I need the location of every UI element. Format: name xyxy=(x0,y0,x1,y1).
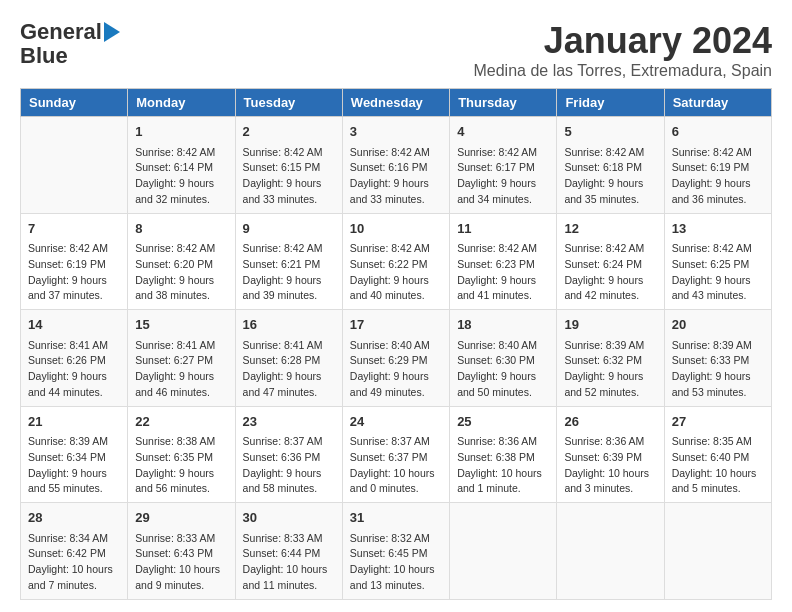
day-info: Sunrise: 8:39 AMSunset: 6:33 PMDaylight:… xyxy=(672,338,764,401)
day-number: 22 xyxy=(135,412,227,432)
calendar-week-row: 21Sunrise: 8:39 AMSunset: 6:34 PMDayligh… xyxy=(21,406,772,503)
day-info: Sunrise: 8:40 AMSunset: 6:29 PMDaylight:… xyxy=(350,338,442,401)
day-number: 14 xyxy=(28,315,120,335)
day-info: Sunrise: 8:42 AMSunset: 6:23 PMDaylight:… xyxy=(457,241,549,304)
calendar-cell: 27Sunrise: 8:35 AMSunset: 6:40 PMDayligh… xyxy=(664,406,771,503)
day-number: 8 xyxy=(135,219,227,239)
day-number: 4 xyxy=(457,122,549,142)
day-number: 1 xyxy=(135,122,227,142)
calendar-cell: 11Sunrise: 8:42 AMSunset: 6:23 PMDayligh… xyxy=(450,213,557,310)
calendar-cell xyxy=(450,503,557,600)
day-info: Sunrise: 8:33 AMSunset: 6:44 PMDaylight:… xyxy=(243,531,335,594)
day-info: Sunrise: 8:42 AMSunset: 6:20 PMDaylight:… xyxy=(135,241,227,304)
calendar-week-row: 7Sunrise: 8:42 AMSunset: 6:19 PMDaylight… xyxy=(21,213,772,310)
column-header-monday: Monday xyxy=(128,89,235,117)
calendar-cell: 12Sunrise: 8:42 AMSunset: 6:24 PMDayligh… xyxy=(557,213,664,310)
day-info: Sunrise: 8:42 AMSunset: 6:24 PMDaylight:… xyxy=(564,241,656,304)
calendar-table: SundayMondayTuesdayWednesdayThursdayFrid… xyxy=(20,88,772,600)
day-info: Sunrise: 8:42 AMSunset: 6:18 PMDaylight:… xyxy=(564,145,656,208)
calendar-week-row: 1Sunrise: 8:42 AMSunset: 6:14 PMDaylight… xyxy=(21,117,772,214)
calendar-cell: 29Sunrise: 8:33 AMSunset: 6:43 PMDayligh… xyxy=(128,503,235,600)
calendar-cell: 20Sunrise: 8:39 AMSunset: 6:33 PMDayligh… xyxy=(664,310,771,407)
day-number: 19 xyxy=(564,315,656,335)
day-number: 2 xyxy=(243,122,335,142)
calendar-cell: 19Sunrise: 8:39 AMSunset: 6:32 PMDayligh… xyxy=(557,310,664,407)
column-header-wednesday: Wednesday xyxy=(342,89,449,117)
calendar-cell xyxy=(557,503,664,600)
calendar-cell: 23Sunrise: 8:37 AMSunset: 6:36 PMDayligh… xyxy=(235,406,342,503)
calendar-cell: 13Sunrise: 8:42 AMSunset: 6:25 PMDayligh… xyxy=(664,213,771,310)
day-number: 6 xyxy=(672,122,764,142)
calendar-cell: 24Sunrise: 8:37 AMSunset: 6:37 PMDayligh… xyxy=(342,406,449,503)
day-info: Sunrise: 8:42 AMSunset: 6:14 PMDaylight:… xyxy=(135,145,227,208)
day-number: 11 xyxy=(457,219,549,239)
page-header: General Blue January 2024 Medina de las … xyxy=(20,20,772,80)
calendar-cell: 6Sunrise: 8:42 AMSunset: 6:19 PMDaylight… xyxy=(664,117,771,214)
day-number: 26 xyxy=(564,412,656,432)
day-number: 17 xyxy=(350,315,442,335)
day-info: Sunrise: 8:38 AMSunset: 6:35 PMDaylight:… xyxy=(135,434,227,497)
calendar-cell: 14Sunrise: 8:41 AMSunset: 6:26 PMDayligh… xyxy=(21,310,128,407)
day-number: 27 xyxy=(672,412,764,432)
logo: General Blue xyxy=(20,20,120,68)
day-number: 30 xyxy=(243,508,335,528)
calendar-cell: 22Sunrise: 8:38 AMSunset: 6:35 PMDayligh… xyxy=(128,406,235,503)
day-number: 16 xyxy=(243,315,335,335)
day-number: 13 xyxy=(672,219,764,239)
calendar-cell: 9Sunrise: 8:42 AMSunset: 6:21 PMDaylight… xyxy=(235,213,342,310)
day-number: 15 xyxy=(135,315,227,335)
day-info: Sunrise: 8:42 AMSunset: 6:15 PMDaylight:… xyxy=(243,145,335,208)
calendar-week-row: 14Sunrise: 8:41 AMSunset: 6:26 PMDayligh… xyxy=(21,310,772,407)
logo-text-general: General xyxy=(20,20,102,44)
day-info: Sunrise: 8:36 AMSunset: 6:38 PMDaylight:… xyxy=(457,434,549,497)
day-number: 25 xyxy=(457,412,549,432)
calendar-cell xyxy=(21,117,128,214)
day-info: Sunrise: 8:34 AMSunset: 6:42 PMDaylight:… xyxy=(28,531,120,594)
day-info: Sunrise: 8:39 AMSunset: 6:32 PMDaylight:… xyxy=(564,338,656,401)
calendar-cell: 7Sunrise: 8:42 AMSunset: 6:19 PMDaylight… xyxy=(21,213,128,310)
column-header-tuesday: Tuesday xyxy=(235,89,342,117)
column-header-friday: Friday xyxy=(557,89,664,117)
day-info: Sunrise: 8:42 AMSunset: 6:25 PMDaylight:… xyxy=(672,241,764,304)
day-info: Sunrise: 8:37 AMSunset: 6:37 PMDaylight:… xyxy=(350,434,442,497)
column-header-sunday: Sunday xyxy=(21,89,128,117)
day-info: Sunrise: 8:40 AMSunset: 6:30 PMDaylight:… xyxy=(457,338,549,401)
calendar-cell: 2Sunrise: 8:42 AMSunset: 6:15 PMDaylight… xyxy=(235,117,342,214)
day-number: 29 xyxy=(135,508,227,528)
calendar-cell: 16Sunrise: 8:41 AMSunset: 6:28 PMDayligh… xyxy=(235,310,342,407)
day-info: Sunrise: 8:42 AMSunset: 6:19 PMDaylight:… xyxy=(672,145,764,208)
day-number: 24 xyxy=(350,412,442,432)
day-number: 20 xyxy=(672,315,764,335)
logo-arrow-icon xyxy=(104,22,120,42)
logo-text-blue: Blue xyxy=(20,44,68,68)
day-number: 3 xyxy=(350,122,442,142)
day-number: 31 xyxy=(350,508,442,528)
day-number: 7 xyxy=(28,219,120,239)
calendar-week-row: 28Sunrise: 8:34 AMSunset: 6:42 PMDayligh… xyxy=(21,503,772,600)
day-info: Sunrise: 8:33 AMSunset: 6:43 PMDaylight:… xyxy=(135,531,227,594)
calendar-cell: 21Sunrise: 8:39 AMSunset: 6:34 PMDayligh… xyxy=(21,406,128,503)
day-info: Sunrise: 8:37 AMSunset: 6:36 PMDaylight:… xyxy=(243,434,335,497)
day-info: Sunrise: 8:32 AMSunset: 6:45 PMDaylight:… xyxy=(350,531,442,594)
day-number: 21 xyxy=(28,412,120,432)
calendar-cell: 15Sunrise: 8:41 AMSunset: 6:27 PMDayligh… xyxy=(128,310,235,407)
calendar-cell: 3Sunrise: 8:42 AMSunset: 6:16 PMDaylight… xyxy=(342,117,449,214)
day-info: Sunrise: 8:42 AMSunset: 6:22 PMDaylight:… xyxy=(350,241,442,304)
calendar-cell: 1Sunrise: 8:42 AMSunset: 6:14 PMDaylight… xyxy=(128,117,235,214)
day-info: Sunrise: 8:41 AMSunset: 6:27 PMDaylight:… xyxy=(135,338,227,401)
day-info: Sunrise: 8:35 AMSunset: 6:40 PMDaylight:… xyxy=(672,434,764,497)
day-number: 23 xyxy=(243,412,335,432)
calendar-cell: 31Sunrise: 8:32 AMSunset: 6:45 PMDayligh… xyxy=(342,503,449,600)
day-info: Sunrise: 8:41 AMSunset: 6:26 PMDaylight:… xyxy=(28,338,120,401)
day-number: 18 xyxy=(457,315,549,335)
calendar-cell: 5Sunrise: 8:42 AMSunset: 6:18 PMDaylight… xyxy=(557,117,664,214)
calendar-header-row: SundayMondayTuesdayWednesdayThursdayFrid… xyxy=(21,89,772,117)
calendar-cell: 10Sunrise: 8:42 AMSunset: 6:22 PMDayligh… xyxy=(342,213,449,310)
day-number: 28 xyxy=(28,508,120,528)
day-info: Sunrise: 8:39 AMSunset: 6:34 PMDaylight:… xyxy=(28,434,120,497)
calendar-cell: 18Sunrise: 8:40 AMSunset: 6:30 PMDayligh… xyxy=(450,310,557,407)
day-number: 10 xyxy=(350,219,442,239)
day-info: Sunrise: 8:42 AMSunset: 6:17 PMDaylight:… xyxy=(457,145,549,208)
title-block: January 2024 Medina de las Torres, Extre… xyxy=(473,20,772,80)
day-number: 5 xyxy=(564,122,656,142)
